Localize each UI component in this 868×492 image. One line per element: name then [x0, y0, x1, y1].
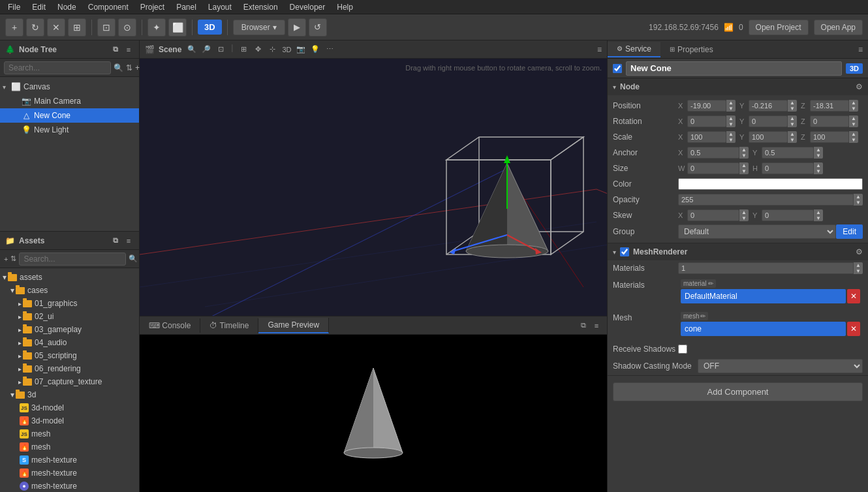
opacity-up-btn[interactable]: ▲ [854, 194, 863, 200]
right-panel-menu-icon[interactable]: ≡ [858, 45, 868, 54]
anchor-y-down-btn[interactable]: ▼ [814, 153, 823, 159]
group-edit-button[interactable]: Edit [836, 224, 863, 239]
size-w-input[interactable] [687, 162, 739, 174]
assets-mesh-texture-globe[interactable]: ● mesh-texture [0, 480, 139, 492]
rot-z-input[interactable] [810, 115, 849, 127]
scene-zoom-in-btn[interactable]: 🔎 [200, 43, 213, 56]
material-value-input[interactable] [681, 289, 846, 303]
mesh-value-input[interactable] [681, 322, 846, 336]
assets-05-scripting[interactable]: ▸ 05_scripting [0, 349, 139, 362]
scene-snap-btn[interactable]: ⊹ [266, 43, 279, 56]
size-h-input[interactable] [762, 162, 814, 174]
menu-project[interactable]: Project [135, 1, 170, 13]
size-w-up-btn[interactable]: ▲ [739, 162, 749, 168]
skew-x-down-btn[interactable]: ▼ [739, 215, 749, 221]
mesh-renderer-enabled-checkbox[interactable] [620, 247, 629, 256]
toolbar-add-btn[interactable]: + [5, 18, 23, 37]
node-enabled-checkbox[interactable] [613, 64, 622, 73]
anchor-x-down-btn[interactable]: ▼ [739, 153, 749, 159]
toolbar-3d-btn[interactable]: 3D [198, 20, 222, 35]
tab-console[interactable]: ⌨ Console [140, 318, 200, 333]
menu-panel[interactable]: Panel [171, 1, 202, 13]
assets-search-icon[interactable]: 🔍 [129, 254, 138, 264]
node-section-gear-icon[interactable]: ⚙ [856, 82, 863, 91]
group-select[interactable]: Default [678, 224, 836, 239]
anchor-x-up-btn[interactable]: ▲ [739, 147, 749, 153]
tree-item-new-cone[interactable]: △ New Cone [0, 108, 139, 123]
reload-button[interactable]: ↺ [309, 18, 327, 37]
play-button[interactable]: ▶ [288, 18, 306, 37]
toolbar-move-btn[interactable]: ⊡ [97, 18, 116, 37]
assets-expand-icon[interactable]: ⧉ [110, 236, 121, 246]
assets-04-audio[interactable]: ▸ 04_audio [0, 336, 139, 349]
right-tab-service[interactable]: ⚙ Service [608, 42, 660, 57]
assets-cases-folder[interactable]: ▾ cases [0, 284, 139, 297]
scene-light-btn[interactable]: 💡 [309, 43, 322, 56]
scene-more-btn[interactable]: ⋯ [323, 43, 336, 56]
toolbar-select-btn[interactable]: ✦ [147, 18, 166, 37]
size-h-down-btn[interactable]: ▼ [814, 168, 823, 174]
toolbar-layout-btn[interactable]: ⊞ [68, 18, 86, 37]
node-section-header[interactable]: ▾ Node ⚙ [608, 78, 868, 95]
materials-count-down-btn[interactable]: ▼ [854, 268, 863, 274]
scale-z-up-btn[interactable]: ▲ [849, 131, 858, 137]
menu-layout[interactable]: Layout [203, 1, 237, 13]
pos-x-up-btn[interactable]: ▲ [726, 100, 736, 106]
assets-3d-model-fire[interactable]: 🔥 3d-model [0, 414, 139, 427]
size-w-down-btn[interactable]: ▼ [739, 168, 749, 174]
rot-z-up-btn[interactable]: ▲ [849, 115, 858, 121]
menu-node[interactable]: Node [52, 1, 82, 13]
skew-y-input[interactable] [762, 209, 814, 221]
anchor-x-input[interactable] [687, 147, 739, 159]
scale-x-input[interactable] [687, 131, 726, 143]
browser-button[interactable]: Browser ▾ [233, 20, 285, 35]
rot-x-input[interactable] [687, 115, 726, 127]
pos-y-up-btn[interactable]: ▲ [788, 100, 797, 106]
rot-y-down-btn[interactable]: ▼ [788, 121, 797, 127]
rot-x-down-btn[interactable]: ▼ [726, 121, 736, 127]
open-app-button[interactable]: Open App [814, 20, 863, 35]
materials-count-input[interactable] [678, 262, 854, 274]
rot-y-up-btn[interactable]: ▲ [788, 115, 797, 121]
material-remove-button[interactable]: ✕ [847, 289, 860, 303]
scene-menu-icon[interactable]: ≡ [597, 45, 602, 54]
assets-03-gameplay[interactable]: ▸ 03_gameplay [0, 323, 139, 336]
skew-y-up-btn[interactable]: ▲ [814, 209, 823, 215]
assets-search-input[interactable] [19, 253, 126, 266]
material-edit-icon[interactable]: ✏ [708, 280, 713, 287]
opacity-down-btn[interactable]: ▼ [854, 200, 863, 206]
assets-mesh-texture-fire[interactable]: 🔥 mesh-texture [0, 467, 139, 480]
search-icon[interactable]: 🔍 [114, 63, 123, 72]
assets-root[interactable]: ▾ assets [0, 271, 139, 284]
assets-add-icon[interactable]: + [4, 254, 8, 264]
sort-icon[interactable]: ⇅ [126, 63, 132, 72]
color-swatch[interactable] [678, 178, 863, 190]
assets-mesh-texture-s[interactable]: S mesh-texture [0, 454, 139, 467]
assets-01-graphics[interactable]: ▸ 01_graphics [0, 297, 139, 310]
materials-count-up-btn[interactable]: ▲ [854, 262, 863, 268]
mesh-remove-button[interactable]: ✕ [847, 322, 860, 336]
toolbar-rect-btn[interactable]: ⬜ [168, 18, 187, 37]
rot-y-input[interactable] [749, 115, 788, 127]
menu-help[interactable]: Help [332, 1, 358, 13]
assets-06-rendering[interactable]: ▸ 06_rendering [0, 362, 139, 375]
scale-z-input[interactable] [810, 131, 849, 143]
scene-grid-btn[interactable]: ⊞ [237, 43, 250, 56]
pos-z-input[interactable] [810, 100, 849, 112]
assets-3d-folder[interactable]: ▾ 3d [0, 388, 139, 401]
scene-cam-btn[interactable]: 📷 [294, 43, 307, 56]
node-name-input[interactable] [626, 61, 842, 76]
pos-z-down-btn[interactable]: ▼ [849, 106, 858, 112]
bottom-expand-icon[interactable]: ⧉ [578, 320, 589, 331]
pos-y-input[interactable] [749, 100, 788, 112]
scene-3d-toggle-btn[interactable]: 3D [280, 43, 293, 56]
tab-timeline[interactable]: ⏱ Timeline [200, 318, 258, 333]
toolbar-close-btn[interactable]: ✕ [47, 18, 65, 37]
tree-item-main-camera[interactable]: 📷 Main Camera [0, 94, 139, 108]
open-project-button[interactable]: Open Project [749, 20, 809, 35]
node-tree-icon-expand[interactable]: ⧉ [110, 44, 121, 55]
assets-3d-model-js[interactable]: JS 3d-model [0, 401, 139, 414]
menu-developer[interactable]: Developer [285, 1, 331, 13]
pos-x-input[interactable] [687, 100, 726, 112]
skew-x-up-btn[interactable]: ▲ [739, 209, 749, 215]
